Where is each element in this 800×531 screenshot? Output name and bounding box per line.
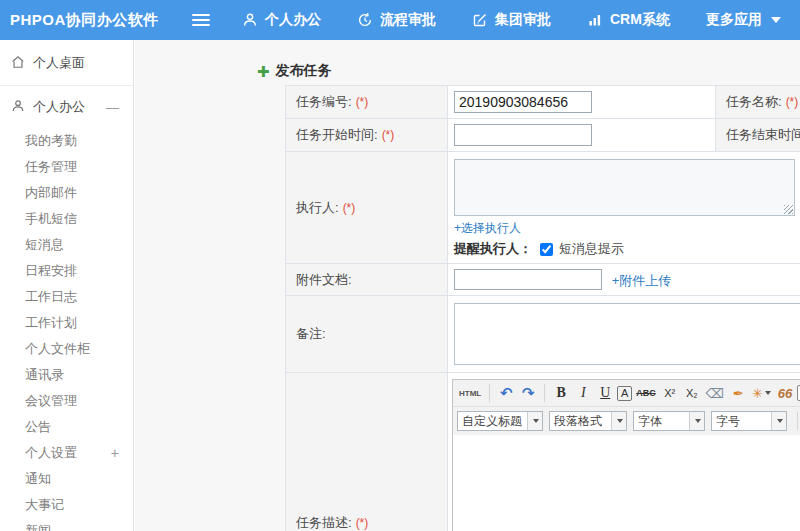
eraser-icon[interactable]: ⌫ [704, 383, 726, 404]
sidebar-item-notice[interactable]: 通知 [0, 466, 133, 492]
app-window: PHPOA协同办公软件 个人办公 流程审批 集团审批 [0, 0, 800, 531]
attachment-label-cell: 附件文档: [286, 264, 448, 296]
nav-group-approval[interactable]: 集团审批 [472, 11, 551, 29]
hamburger-menu-icon[interactable] [192, 14, 210, 26]
sidebar-submenu: 我的考勤 任务管理 内部邮件 手机短信 短消息 日程安排 工作日志 工作计划 个… [0, 128, 133, 531]
subscript-button[interactable]: X₂ [682, 383, 702, 404]
table-row: 任务开始时间:(*) 任务结束时间:(*) [286, 119, 800, 152]
caret-down-icon [765, 391, 771, 395]
font-style-button[interactable]: A [617, 386, 632, 401]
sidebar-item-work-plan[interactable]: 工作计划 [0, 310, 133, 336]
main-content: ✚ 发布任务 任务编号:(*) 任务名称:(*) 任务开始时间:(*) [135, 40, 800, 531]
editor-toolbar-row2: 自定义标题 段落格式 字体 [453, 407, 800, 435]
executor-label-cell: 执行人:(*) [286, 152, 448, 264]
sidebar-item-news[interactable]: 新闻 [0, 518, 133, 531]
table-row: 任务编号:(*) 任务名称:(*) [286, 86, 800, 119]
caret-down-icon [689, 412, 704, 430]
superscript-button[interactable]: X² [660, 383, 680, 404]
sidebar-item-work-log[interactable]: 工作日志 [0, 284, 133, 310]
note-label-cell: 备注: [286, 296, 448, 373]
plus-icon: ✚ [257, 64, 270, 79]
font-size-select[interactable]: 字号 [711, 411, 787, 431]
sidebar: 个人桌面 个人办公 — 我的考勤 任务管理 内部邮件 手机短信 短消息 日程安排… [0, 40, 134, 531]
sidebar-item-memorabilia[interactable]: 大事记 [0, 492, 133, 518]
user-icon [242, 12, 258, 28]
font-family-select[interactable]: 字体 [633, 411, 705, 431]
task-description-label-cell: 任务描述:(*) [286, 373, 448, 531]
task-name-label-cell: 任务名称:(*) [716, 86, 800, 119]
sidebar-item-attendance[interactable]: 我的考勤 [0, 128, 133, 154]
home-icon [11, 55, 25, 72]
editor-toolbar-row1: HTML ↶ ↷ B I U A ABC X² X₂ ⌫ [453, 380, 800, 407]
edit-icon [472, 12, 488, 28]
expand-icon[interactable]: + [111, 440, 119, 466]
caret-down-icon [527, 412, 542, 430]
blockquote-button[interactable]: 66 [775, 383, 795, 404]
nav-personal-office[interactable]: 个人办公 [242, 11, 321, 29]
sidebar-item-task-management[interactable]: 任务管理 [0, 154, 133, 180]
nav-more-apps[interactable]: 更多应用 [706, 11, 781, 29]
resize-grip[interactable] [784, 205, 793, 214]
required-marker: (*) [786, 95, 799, 109]
app-logo: PHPOA协同办公软件 [0, 11, 180, 30]
sidebar-item-announcement[interactable]: 公告 [0, 414, 133, 440]
caret-down-icon [611, 412, 626, 430]
sidebar-item-personal-settings[interactable]: 个人设置 + [0, 440, 133, 466]
strikethrough-button[interactable]: ABC [634, 383, 658, 404]
required-marker: (*) [382, 128, 395, 142]
history-icon [357, 12, 373, 28]
executor-textarea[interactable] [454, 159, 795, 216]
attachment-upload-link[interactable]: +附件上传 [612, 273, 672, 288]
rich-text-editor: HTML ↶ ↷ B I U A ABC X² X₂ ⌫ [452, 379, 800, 531]
italic-button[interactable]: I [573, 383, 593, 404]
publish-task-form: 任务编号:(*) 任务名称:(*) 任务开始时间:(*) 任务结束时间:(*) [285, 85, 800, 531]
table-row: 附件文档: +附件上传 [286, 264, 800, 296]
magic-format-icon[interactable]: ✳ [750, 383, 773, 404]
task-number-label-cell: 任务编号:(*) [286, 86, 448, 119]
note-textarea[interactable] [454, 303, 800, 365]
user-icon [11, 99, 25, 116]
required-marker: (*) [356, 95, 369, 109]
end-time-label-cell: 任务结束时间:(*) [716, 119, 800, 152]
sidebar-item-meeting-management[interactable]: 会议管理 [0, 388, 133, 414]
remind-executor-row: 提醒执行人： 短消息提示 [454, 240, 800, 258]
start-time-input[interactable] [454, 124, 592, 146]
nav-workflow-approval[interactable]: 流程审批 [357, 11, 436, 29]
choose-executor-link[interactable]: +选择执行人 [454, 220, 800, 237]
caret-down-icon [771, 412, 786, 430]
sidebar-item-schedule[interactable]: 日程安排 [0, 258, 133, 284]
html-source-button[interactable]: HTML [457, 383, 483, 404]
sidebar-item-internal-mail[interactable]: 内部邮件 [0, 180, 133, 206]
editor-content-area[interactable] [453, 435, 800, 531]
top-navigation: 个人办公 流程审批 集团审批 CRM系统 更多应用 [242, 11, 781, 29]
collapse-icon[interactable]: — [106, 100, 119, 115]
task-number-input[interactable] [454, 91, 592, 113]
sidebar-item-mobile-sms[interactable]: 手机短信 [0, 206, 133, 232]
sidebar-item-desktop[interactable]: 个人桌面 [0, 40, 133, 86]
remind-executor-label: 提醒执行人： [454, 240, 532, 258]
brush-icon[interactable]: ✒ [728, 383, 748, 404]
table-row: 执行人:(*) +选择执行人 提醒执行人： 短消息提示 [286, 152, 800, 264]
start-time-label-cell: 任务开始时间:(*) [286, 119, 448, 152]
sidebar-item-short-message[interactable]: 短消息 [0, 232, 133, 258]
custom-heading-select[interactable]: 自定义标题 [457, 411, 543, 431]
bar-chart-icon [587, 12, 603, 28]
sidebar-section-personal-office[interactable]: 个人办公 — [0, 86, 133, 128]
bold-button[interactable]: B [551, 383, 571, 404]
attachment-input[interactable] [454, 269, 602, 290]
table-row: 任务描述:(*) HTML ↶ ↷ B I U A [286, 373, 800, 531]
nav-crm-system[interactable]: CRM系统 [587, 11, 670, 29]
paragraph-format-select[interactable]: 段落格式 [549, 411, 627, 431]
top-bar: PHPOA协同办公软件 个人办公 流程审批 集团审批 [0, 0, 800, 40]
undo-icon[interactable]: ↶ [496, 383, 516, 404]
caret-down-icon [771, 17, 781, 23]
sidebar-item-contacts[interactable]: 通讯录 [0, 362, 133, 388]
sms-remind-checkbox[interactable] [540, 243, 553, 256]
sidebar-item-file-cabinet[interactable]: 个人文件柜 [0, 336, 133, 362]
required-marker: (*) [343, 201, 356, 215]
page-title: ✚ 发布任务 [257, 62, 332, 80]
table-row: 备注: [286, 296, 800, 373]
required-marker: (*) [356, 516, 369, 530]
underline-button[interactable]: U [595, 383, 615, 404]
redo-icon[interactable]: ↷ [518, 383, 538, 404]
